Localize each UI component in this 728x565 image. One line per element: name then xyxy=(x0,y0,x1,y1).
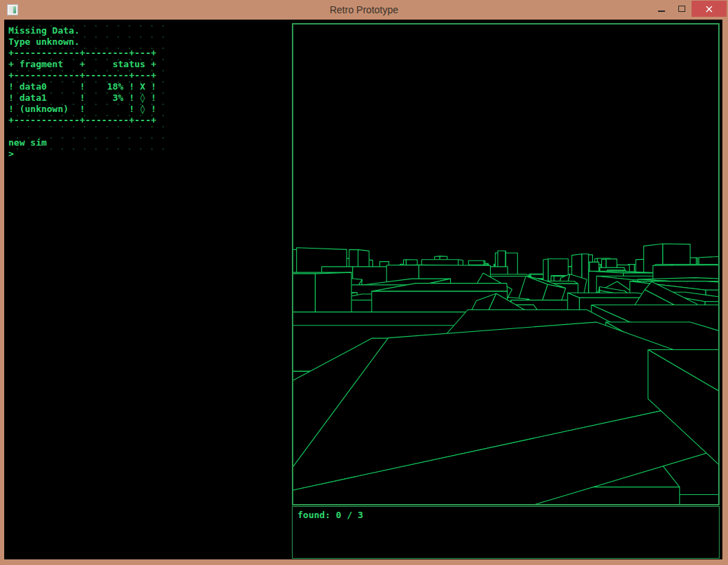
close-button[interactable] xyxy=(692,1,727,17)
scene-viewport[interactable] xyxy=(292,23,720,505)
new-sim-command[interactable]: new sim xyxy=(8,137,167,148)
terminal-panel: Missing Data. Type unknown. +-----------… xyxy=(8,25,167,160)
titlebar[interactable]: Retro Prototype xyxy=(0,0,728,20)
wireframe-city-scene xyxy=(293,25,718,504)
close-icon xyxy=(704,4,715,15)
maximize-icon xyxy=(678,6,685,12)
window-controls xyxy=(651,1,727,17)
content-area: Missing Data. Type unknown. +-----------… xyxy=(4,20,722,559)
hud-panel: found: 0 / 3 xyxy=(292,506,720,559)
found-counter: found: 0 / 3 xyxy=(298,510,714,521)
fragment-status-table: +------------+--------+---+ + fragment +… xyxy=(8,48,167,126)
minimize-button[interactable] xyxy=(651,1,672,17)
maximize-button[interactable] xyxy=(672,1,692,17)
window-title: Retro Prototype xyxy=(0,0,728,20)
app-window: Retro Prototype Missing Data. Type unkno… xyxy=(0,0,728,565)
command-prompt[interactable]: > xyxy=(8,148,167,160)
terminal-message: Missing Data. Type unknown. xyxy=(8,25,167,48)
minimize-icon xyxy=(658,11,665,12)
